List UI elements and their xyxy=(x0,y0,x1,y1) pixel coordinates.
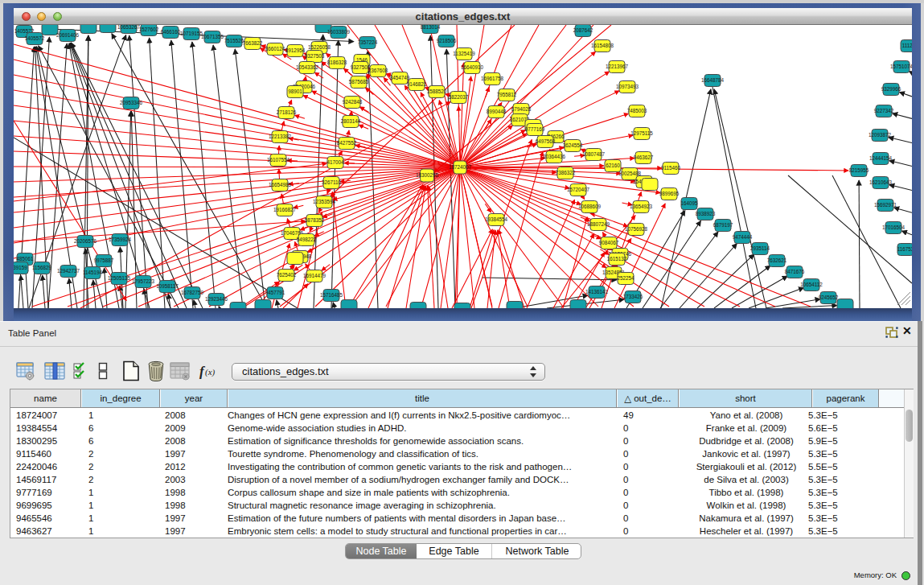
svg-text:2935114: 2935114 xyxy=(750,245,770,251)
svg-text:16782759: 16782759 xyxy=(181,290,204,295)
svg-text:6497568: 6497568 xyxy=(536,138,556,144)
svg-text:18724007: 18724007 xyxy=(449,164,472,170)
svg-text:98901: 98901 xyxy=(288,89,302,94)
svg-text:9463627: 9463627 xyxy=(634,154,654,160)
svg-text:17359924: 17359924 xyxy=(109,237,132,242)
svg-text:9218506: 9218506 xyxy=(437,38,457,43)
svg-text:7485003: 7485003 xyxy=(627,108,647,113)
svg-text:9474444: 9474444 xyxy=(733,234,753,240)
svg-text:1145194: 1145194 xyxy=(83,270,103,275)
svg-text:20364436: 20364436 xyxy=(543,154,566,159)
svg-text:2367608: 2367608 xyxy=(368,68,388,73)
svg-text:16961758: 16961758 xyxy=(481,76,504,81)
svg-text:8990448: 8990448 xyxy=(487,109,507,114)
svg-text:8215955: 8215955 xyxy=(849,167,869,173)
svg-text:10756928: 10756928 xyxy=(625,226,648,232)
svg-text:1615132: 1615132 xyxy=(607,256,627,262)
svg-text:8938923: 8938923 xyxy=(696,211,716,216)
svg-text:7515526: 7515526 xyxy=(224,38,244,43)
svg-text:16640910: 16640910 xyxy=(461,64,484,70)
svg-text:16654985: 16654985 xyxy=(269,182,292,187)
svg-text:6794028: 6794028 xyxy=(511,106,532,112)
svg-text:164095: 164095 xyxy=(680,200,698,206)
svg-text:9975887: 9975887 xyxy=(94,257,114,263)
svg-text:9327503: 9327503 xyxy=(305,53,325,59)
svg-text:20953346: 20953346 xyxy=(120,100,143,105)
svg-text:8454749: 8454749 xyxy=(390,75,410,80)
svg-text:12213967: 12213967 xyxy=(606,64,629,69)
svg-text:2803144: 2803144 xyxy=(341,118,361,124)
svg-text:7357224: 7357224 xyxy=(358,39,378,45)
svg-text:8813014: 8813014 xyxy=(421,25,441,30)
svg-text:10719155: 10719155 xyxy=(180,31,203,36)
svg-text:18807249: 18807249 xyxy=(587,221,610,227)
svg-text:7632621: 7632621 xyxy=(767,257,787,263)
svg-text:12975115: 12975115 xyxy=(630,130,653,136)
svg-text:12923446: 12923446 xyxy=(205,296,228,302)
svg-text:1405572: 1405572 xyxy=(25,35,45,41)
svg-text:15226058: 15226058 xyxy=(308,44,331,50)
svg-text:(x): (x) xyxy=(205,367,216,377)
svg-text:10653267: 10653267 xyxy=(117,25,141,30)
svg-text:9084067: 9084067 xyxy=(599,240,619,245)
svg-text:19384554: 19384554 xyxy=(485,216,508,222)
svg-text:20206576: 20206576 xyxy=(74,238,97,244)
svg-text:13654923: 13654923 xyxy=(630,204,653,209)
svg-text:252254: 252254 xyxy=(617,275,634,281)
svg-text:7663822: 7663822 xyxy=(243,40,263,46)
svg-text:12353594: 12353594 xyxy=(313,199,336,204)
svg-text:9227342: 9227342 xyxy=(874,108,894,113)
svg-text:1588520: 1588520 xyxy=(427,89,447,94)
svg-text:10958117: 10958117 xyxy=(156,283,179,289)
svg-text:3624554: 3624554 xyxy=(563,142,583,148)
svg-text:10807487: 10807487 xyxy=(582,151,606,157)
svg-text:10973493: 10973493 xyxy=(616,84,639,89)
svg-text:16154808: 16154808 xyxy=(591,43,614,48)
svg-text:17016504: 17016504 xyxy=(882,225,906,230)
svg-text:16210643: 16210643 xyxy=(869,179,893,185)
svg-text:1156829: 1156829 xyxy=(32,265,52,270)
svg-text:3267110: 3267110 xyxy=(322,179,342,185)
svg-text:417004: 417004 xyxy=(326,159,344,165)
svg-text:5822037: 5822037 xyxy=(449,94,469,100)
svg-text:9245652: 9245652 xyxy=(819,295,839,300)
svg-text:15692971: 15692971 xyxy=(874,202,897,208)
svg-text:485061: 485061 xyxy=(16,256,34,262)
svg-text:18300295: 18300295 xyxy=(416,172,439,178)
svg-text:12942737: 12942737 xyxy=(57,268,80,274)
svg-text:10688609: 10688609 xyxy=(578,204,602,209)
svg-text:9115460: 9115460 xyxy=(661,165,681,171)
svg-text:9242848: 9242848 xyxy=(343,99,363,105)
svg-text:11325419: 11325419 xyxy=(453,51,475,56)
svg-text:10654112: 10654112 xyxy=(800,282,823,287)
svg-text:16033809: 16033809 xyxy=(327,29,351,35)
svg-text:16914479: 16914479 xyxy=(303,273,326,278)
svg-text:19166827: 19166827 xyxy=(273,207,297,212)
svg-text:1733426: 1733426 xyxy=(623,294,643,299)
svg-text:15751074: 15751074 xyxy=(890,64,912,69)
svg-text:8186328: 8186328 xyxy=(327,60,347,65)
svg-text:9329966: 9329966 xyxy=(881,86,901,92)
svg-text:16648784: 16648784 xyxy=(701,77,725,83)
svg-text:9777169: 9777169 xyxy=(525,126,545,132)
svg-text:9899695: 9899695 xyxy=(659,191,680,196)
svg-text:16107554: 16107554 xyxy=(267,157,290,163)
svg-text:62160: 62160 xyxy=(606,163,620,168)
svg-text:7386322: 7386322 xyxy=(556,170,576,175)
svg-text:8660124: 8660124 xyxy=(265,46,285,51)
svg-text:20691406: 20691406 xyxy=(56,32,80,38)
svg-text:10543362: 10543362 xyxy=(296,64,319,70)
svg-text:2087642: 2087642 xyxy=(573,27,593,33)
svg-text:116753: 116753 xyxy=(897,246,912,252)
svg-text:15720407: 15720407 xyxy=(567,187,590,192)
svg-text:14136141: 14136141 xyxy=(585,289,609,295)
svg-text:9457791: 9457791 xyxy=(265,290,285,295)
svg-text:39159: 39159 xyxy=(14,265,27,270)
svg-text:12213382: 12213382 xyxy=(269,134,292,139)
svg-text:5498222: 5498222 xyxy=(297,237,317,242)
svg-text:8427552: 8427552 xyxy=(337,140,357,146)
svg-text:12505135: 12505135 xyxy=(108,275,131,281)
svg-text:12444154: 12444154 xyxy=(869,155,893,161)
svg-text:7955812: 7955812 xyxy=(497,92,517,97)
svg-text:10671355: 10671355 xyxy=(201,34,224,39)
